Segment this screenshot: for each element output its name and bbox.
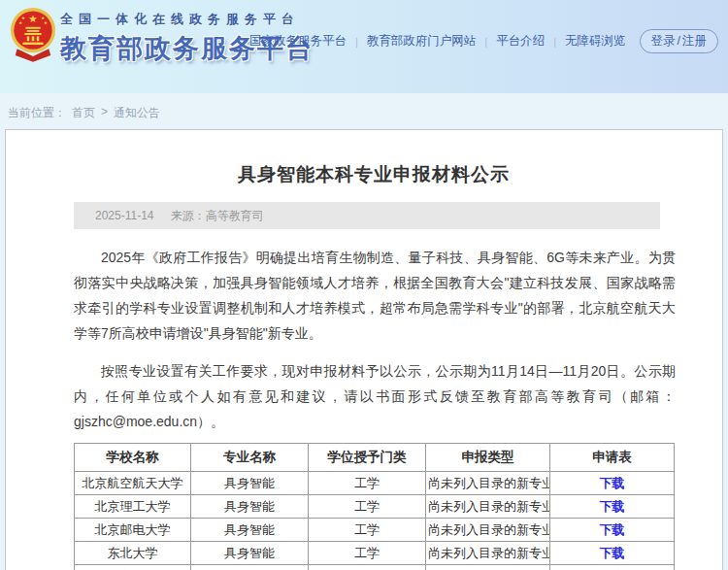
svg-text:★: ★ (44, 20, 48, 25)
school-cell: 北京邮电大学 (75, 519, 191, 542)
nav-accessibility[interactable]: 无障碍浏览 (565, 33, 626, 50)
nav-platform-intro[interactable]: 平台介绍 (496, 33, 545, 50)
page-title: 具身智能本科专业申报材料公示 (74, 162, 674, 187)
article-source: 来源：高等教育司 (171, 209, 264, 222)
download-link[interactable]: 下载 (600, 499, 625, 514)
table-row: 北京理工大学 具身智能 工学 尚未列入目录的新专业 下载 (75, 495, 675, 519)
nav-divider: | (553, 36, 556, 48)
platform-slogan: 全国一体化在线政务服务平台 (60, 11, 314, 28)
degree-cell: 工学 (309, 519, 426, 542)
type-cell: 尚未列入目录的新专业 (426, 472, 550, 495)
breadcrumb: 当前位置： 首页 > 通知公告 (0, 93, 728, 129)
school-cell: 上海交通大学 (75, 565, 191, 570)
svg-text:★: ★ (41, 16, 45, 20)
nav-divider: | (355, 36, 358, 48)
type-cell: 尚未列入目录的新专业 (426, 519, 550, 542)
major-cell: 具身智能 (191, 495, 309, 519)
svg-text:★: ★ (21, 16, 25, 20)
degree-cell: 工学 (309, 542, 426, 565)
school-cell: 北京理工大学 (75, 495, 191, 519)
article-paragraph: 2025年《政府工作报告》明确提出培育生物制造、量子科技、具身智能、6G等未来产… (74, 245, 676, 346)
table-row: 北京邮电大学 具身智能 工学 尚未列入目录的新专业 下载 (75, 519, 675, 542)
major-cell: 具身智能 (191, 472, 309, 495)
content-panel: 具身智能本科专业申报材料公示 2025-11-14 来源：高等教育司 2025年… (5, 129, 723, 570)
table-header-row: 学校名称 专业名称 学位授予门类 申报类型 申请表 (75, 444, 675, 472)
breadcrumb-home-link[interactable]: 首页 (72, 105, 95, 121)
school-cell: 北京航空航天大学 (75, 472, 191, 495)
school-cell: 东北大学 (75, 542, 191, 565)
col-header-type: 申报类型 (426, 444, 550, 472)
table-row: 上海交通大学 具身智能 工学 尚未列入目录的新专业 下载 (75, 565, 675, 570)
register-label[interactable]: 注册 (682, 34, 707, 48)
login-label[interactable]: 登录 (651, 34, 676, 48)
article-paragraph: 按照专业设置有关工作要求，现对申报材料予以公示，公示期为11月14日—11月20… (74, 358, 676, 434)
breadcrumb-separator-icon: > (101, 105, 108, 118)
svg-text:★: ★ (18, 20, 22, 25)
col-header-school: 学校名称 (75, 444, 191, 472)
application-table: 学校名称 专业名称 学位授予门类 申报类型 申请表 北京航空航天大学 具身智能 … (74, 443, 675, 570)
top-navigation: 国家政务服务平台 | 教育部政府门户网站 | 平台介绍 | 无障碍浏览 登录/注… (249, 29, 718, 53)
svg-text:★: ★ (28, 13, 37, 24)
type-cell: 尚未列入目录的新专业 (426, 542, 550, 565)
col-header-form: 申请表 (550, 444, 675, 472)
download-link[interactable]: 下载 (600, 476, 625, 490)
degree-cell: 工学 (309, 565, 426, 570)
major-cell: 具身智能 (191, 519, 309, 542)
major-cell: 具身智能 (191, 565, 309, 570)
breadcrumb-label: 当前位置： (8, 105, 66, 121)
type-cell: 尚未列入目录的新专业 (426, 495, 550, 519)
site-header: ★ ★ ★ ★ ★ 全国一体化在线政务服务平台 教育部政务服务平台 国家政务服务… (0, 0, 728, 93)
col-header-degree: 学位授予门类 (309, 444, 426, 472)
breadcrumb-current: 通知公告 (114, 105, 160, 121)
degree-cell: 工学 (309, 495, 426, 519)
nav-moe-portal[interactable]: 教育部政府门户网站 (367, 33, 477, 50)
table-row: 东北大学 具身智能 工学 尚未列入目录的新专业 下载 (75, 542, 675, 565)
nav-national-platform[interactable]: 国家政务服务平台 (249, 33, 347, 50)
nav-divider: | (484, 36, 487, 48)
login-register-button[interactable]: 登录/注册 (640, 29, 718, 53)
type-cell: 尚未列入目录的新专业 (426, 565, 550, 570)
article-meta-bar: 2025-11-14 来源：高等教育司 (74, 202, 660, 229)
major-cell: 具身智能 (191, 542, 309, 565)
download-link[interactable]: 下载 (600, 546, 625, 560)
download-link[interactable]: 下载 (600, 522, 625, 537)
national-emblem-icon: ★ ★ ★ ★ ★ (10, 6, 56, 62)
login-register-divider: / (678, 34, 680, 48)
publish-date: 2025-11-14 (95, 209, 154, 222)
degree-cell: 工学 (309, 472, 426, 495)
table-row: 北京航空航天大学 具身智能 工学 尚未列入目录的新专业 下载 (75, 472, 675, 495)
col-header-major: 专业名称 (191, 444, 309, 472)
